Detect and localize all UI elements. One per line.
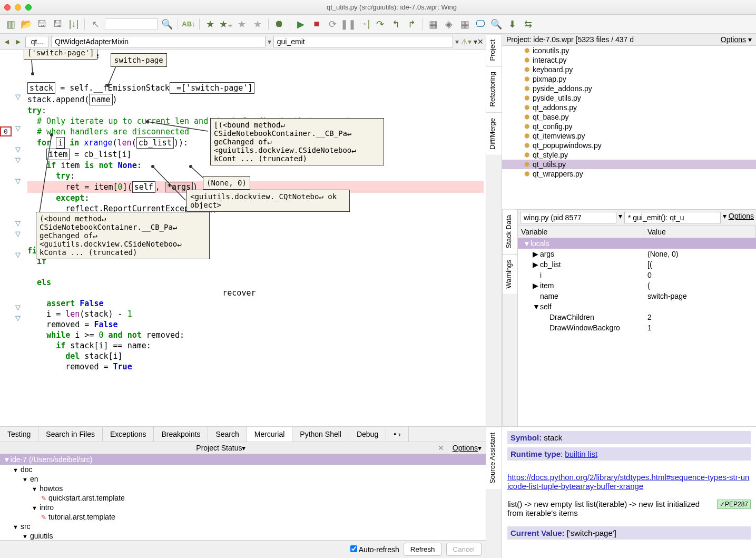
save-icon[interactable]: 🖫 [36, 18, 48, 31]
file-tab[interactable]: qt... [25, 36, 49, 47]
tree-item[interactable]: quickstart.arst.template [0, 493, 486, 503]
zoom-icon[interactable]: 🔍 [490, 18, 503, 31]
frame-selector[interactable]: * gui_emit(): qt_u [624, 212, 721, 223]
step-out-icon[interactable]: ↰ [389, 18, 402, 31]
tree-item[interactable]: src [0, 522, 486, 531]
goto-input[interactable] [105, 18, 158, 30]
project-file-item[interactable]: ⬢qt_itemviews.py [502, 131, 756, 141]
project-file-item[interactable]: ⬢interact.py [502, 55, 756, 65]
docs-link[interactable]: https://docs.python.org/2/library/stdtyp… [507, 473, 751, 491]
close-icon[interactable] [4, 4, 11, 11]
download-icon[interactable]: ⬇ [506, 18, 518, 31]
record-icon[interactable]: ⏺ [273, 18, 286, 31]
vcs-tree[interactable]: ▼ide-7 (/Users/sdeibel/src) docenhowtosq… [0, 454, 486, 540]
fold-icon[interactable]: ▽ [0, 230, 25, 240]
bottom-tab-debug[interactable]: Debug [349, 427, 386, 442]
tree-header[interactable]: ▼ide-7 (/Users/sdeibel/src) [0, 454, 486, 465]
tab-close-icon[interactable]: ▾✕ [474, 37, 484, 46]
step-icon[interactable]: ↱ [405, 18, 418, 31]
nav-fwd-icon[interactable]: ► [14, 37, 23, 46]
monitor-icon[interactable]: 🖵 [474, 18, 487, 31]
bookmark-add-icon[interactable]: ★₊ [220, 18, 232, 31]
panel2-icon[interactable]: ◈ [443, 18, 455, 31]
fold-icon[interactable]: ▽ [0, 93, 25, 103]
project-file-item[interactable]: ⬢qt_wrappers.py [502, 169, 756, 179]
project-file-item[interactable]: ⬢qt_config.py [502, 122, 756, 131]
fold-icon[interactable]: ▽ [0, 145, 25, 156]
maximize-icon[interactable] [25, 4, 32, 11]
stack-row[interactable]: ▶ args(None, 0) [518, 249, 756, 259]
bottom-tab-breakpoints[interactable]: Breakpoints [154, 427, 208, 442]
process-selector[interactable]: wing.py (pid 8577 [520, 212, 616, 223]
vtab-warnings[interactable]: Warnings [503, 254, 517, 293]
project-file-item[interactable]: ⬢iconutils.py [502, 46, 756, 55]
pause-icon[interactable]: ❚❚ [342, 18, 355, 31]
step-in-icon[interactable]: →| [358, 18, 370, 31]
class-selector[interactable]: QtWidgetAdapterMixin [51, 36, 266, 47]
cursor-icon[interactable]: ↖ [89, 18, 102, 31]
tree-item[interactable]: tutorial.arst.template [0, 512, 486, 522]
stack-row[interactable]: ▶ cb_list[( [518, 259, 756, 270]
save-all-icon[interactable]: 🖫 [52, 18, 64, 31]
vtab-source-assistant[interactable]: Source Assistant [486, 427, 502, 489]
vtab-project[interactable]: Project [486, 34, 502, 66]
vtab-stack-data[interactable]: Stack Data [503, 209, 517, 254]
fold-icon[interactable]: ▽ [0, 304, 25, 314]
run-icon[interactable]: ▶ [294, 18, 307, 31]
tree-item[interactable]: guiutils [0, 531, 486, 540]
bottom-tab-more[interactable]: • › [386, 427, 408, 442]
vtab-refactoring[interactable]: Refactoring [486, 66, 502, 112]
fold-icon[interactable]: ▽ [0, 251, 25, 261]
new-file-icon[interactable]: ▥ [4, 18, 17, 31]
stack-row[interactable]: DrawChildren2 [518, 312, 756, 322]
bookmark-icon[interactable]: ★ [204, 18, 217, 31]
refresh-button[interactable]: Refresh [404, 543, 442, 556]
warning-icon[interactable]: ⚠▾ [461, 37, 472, 46]
bottom-tab-mercurial[interactable]: Mercurial [247, 427, 293, 442]
sync-icon[interactable]: ⇆ [522, 18, 534, 31]
auto-refresh-checkbox[interactable]: Auto-refresh [350, 545, 399, 554]
tree-item[interactable]: intro [0, 503, 486, 512]
col-value[interactable]: Value [644, 226, 756, 238]
fold-icon[interactable]: ▽ [0, 219, 25, 230]
method-selector[interactable]: gui_emit [273, 36, 453, 47]
nav-back-icon[interactable]: ◄ [2, 37, 12, 46]
stop-icon[interactable]: ■ [310, 18, 323, 31]
project-file-item[interactable]: ⬢keyboard.py [502, 65, 756, 74]
search-icon[interactable]: 🔍 [161, 18, 173, 31]
dropdown-icon[interactable]: ▾ [268, 37, 271, 46]
stack-row[interactable]: DrawWindowBackgro1 [518, 322, 756, 333]
tree-item[interactable]: doc [0, 465, 486, 474]
panel-close-icon[interactable]: ✕ [438, 444, 444, 452]
stack-options[interactable]: Options [729, 212, 754, 223]
fold-icon[interactable]: ▽ [0, 177, 25, 188]
mercurial-subhead[interactable]: Project Status [196, 444, 242, 452]
stack-row[interactable]: ▶ item( [518, 280, 756, 291]
project-file-item[interactable]: ⬢qt_base.py [502, 112, 756, 122]
project-file-item[interactable]: ⬢pyside_utils.py [502, 93, 756, 103]
tree-item[interactable]: en [0, 474, 486, 484]
runtime-type-link[interactable]: builtin list [565, 449, 597, 458]
project-file-list[interactable]: ⬢iconutils.py⬢interact.py⬢keyboard.py⬢pi… [502, 46, 756, 209]
panel1-icon[interactable]: ▦ [427, 18, 439, 31]
dropdown-icon[interactable]: ▾ [455, 37, 459, 46]
project-file-item[interactable]: ⬢qt_popupwindows.py [502, 141, 756, 150]
restart-icon[interactable]: ⟳ [326, 18, 339, 31]
tree-item[interactable]: howtos [0, 484, 486, 493]
bottom-tab-search[interactable]: Search [208, 427, 247, 442]
stack-row[interactable]: ▼ locals [518, 238, 756, 249]
vtab-diff-merge[interactable]: Diff/Merge [486, 112, 502, 155]
bottom-tab-python-shell[interactable]: Python Shell [292, 427, 349, 442]
panel3-icon[interactable]: ▦ [458, 18, 471, 31]
open-folder-icon[interactable]: 📂 [20, 18, 33, 31]
stack-row[interactable]: ▼ self [518, 301, 756, 312]
project-file-item[interactable]: ⬢pyside_addons.py [502, 84, 756, 93]
fold-icon[interactable]: ▽ [0, 156, 25, 167]
bookmark-prev-icon[interactable]: ★ [235, 18, 248, 31]
mercurial-options[interactable]: Options [453, 444, 478, 452]
indent-icon[interactable]: |↓| [67, 18, 80, 31]
stack-row[interactable]: i0 [518, 270, 756, 280]
ab-icon[interactable]: AB↓ [182, 18, 195, 31]
bottom-tab-search-in-files[interactable]: Search in Files [38, 427, 103, 442]
stack-data-table[interactable]: Variable Value ▼ locals▶ args(None, 0)▶ … [518, 226, 756, 333]
